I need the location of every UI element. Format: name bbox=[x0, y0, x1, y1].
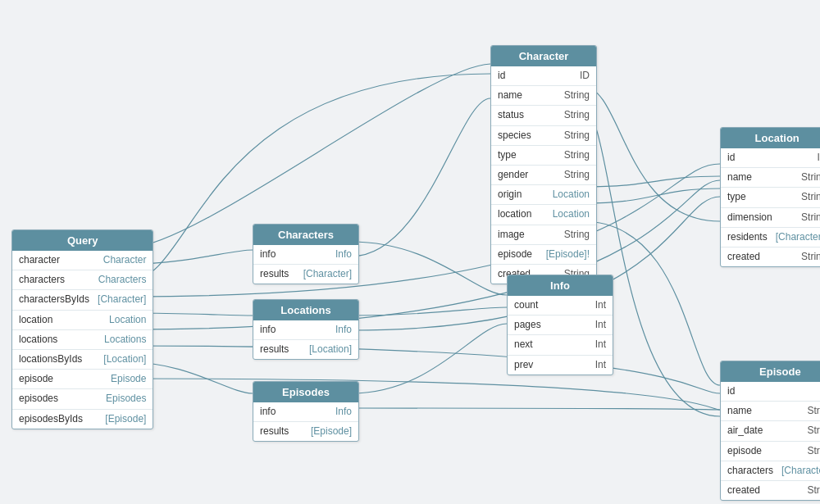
field-type: Episode bbox=[111, 371, 146, 387]
table-row: nameString bbox=[491, 86, 596, 106]
field-type: String bbox=[564, 128, 590, 143]
field-name: count bbox=[514, 297, 538, 313]
table-row: charactersCharacters bbox=[12, 270, 153, 290]
table-row: episodeString bbox=[721, 442, 820, 461]
field-type: Location bbox=[553, 187, 590, 202]
entity-info: InfocountIntpagesIntnextIntprevInt bbox=[507, 275, 613, 375]
field-type: String bbox=[801, 249, 820, 265]
entity-query: QuerycharacterCharactercharactersCharact… bbox=[11, 229, 153, 429]
field-name: episodesByIds bbox=[19, 411, 83, 427]
field-type: String bbox=[807, 403, 820, 419]
table-row: infoInfo bbox=[253, 402, 358, 422]
field-type: String bbox=[564, 148, 590, 163]
entity-character: CharacteridIDnameStringstatusStringspeci… bbox=[490, 45, 597, 284]
field-type: [Location] bbox=[309, 342, 352, 357]
field-type: Int bbox=[595, 297, 606, 313]
field-type: Info bbox=[335, 322, 352, 338]
field-type: String bbox=[564, 227, 590, 243]
field-name: created bbox=[727, 249, 760, 265]
field-type: [Episode] bbox=[105, 411, 146, 427]
field-name: created bbox=[727, 483, 760, 498]
field-name: id bbox=[727, 150, 735, 166]
field-type: ID bbox=[580, 68, 590, 84]
field-name: id bbox=[498, 68, 505, 84]
table-row: residents[Character]! bbox=[721, 228, 820, 247]
table-row: episodesByIds[Episode] bbox=[12, 410, 153, 429]
table-row: infoInfo bbox=[253, 320, 358, 340]
table-row: locationsByIds[Location] bbox=[12, 350, 153, 370]
field-name: species bbox=[498, 128, 531, 143]
field-name: results bbox=[260, 342, 289, 357]
field-name: episode bbox=[19, 371, 53, 387]
table-row: results[Character] bbox=[253, 265, 358, 284]
field-type: Info bbox=[335, 247, 352, 262]
entity-characters: CharactersinfoInforesults[Character] bbox=[253, 224, 359, 284]
field-type: [Character] bbox=[98, 292, 146, 307]
field-name: results bbox=[260, 424, 289, 439]
table-row: characters[Character]! bbox=[721, 461, 820, 481]
field-name: origin bbox=[498, 187, 522, 202]
field-name: charactersByIds bbox=[19, 292, 89, 307]
table-row: charactersByIds[Character] bbox=[12, 290, 153, 310]
entity-episodes: EpisodesinfoInforesults[Episode] bbox=[253, 381, 359, 442]
field-name: prev bbox=[514, 357, 533, 373]
field-name: air_date bbox=[727, 423, 763, 438]
field-name: id bbox=[727, 384, 735, 399]
table-row: characterCharacter bbox=[12, 251, 153, 270]
table-row: results[Location] bbox=[253, 340, 358, 359]
field-name: dimension bbox=[727, 210, 772, 225]
table-row: nameString bbox=[721, 168, 820, 188]
field-type: String bbox=[801, 189, 820, 205]
field-name: next bbox=[514, 337, 533, 352]
field-type: Int bbox=[595, 337, 606, 352]
field-name: results bbox=[260, 266, 289, 282]
field-type: String bbox=[564, 107, 590, 123]
table-row: prevInt bbox=[508, 356, 613, 375]
table-row: nameString bbox=[721, 402, 820, 421]
entity-header-query: Query bbox=[12, 230, 153, 251]
table-row: dimensionString bbox=[721, 208, 820, 228]
field-name: location bbox=[19, 312, 52, 328]
table-row: statusString bbox=[491, 106, 596, 125]
table-row: episodeEpisode bbox=[12, 370, 153, 389]
table-row: results[Episode] bbox=[253, 422, 358, 441]
entity-header-characters: Characters bbox=[253, 225, 358, 245]
field-type: String bbox=[564, 167, 590, 183]
field-name: episode bbox=[727, 443, 762, 459]
field-name: name bbox=[727, 170, 752, 185]
table-row: countInt bbox=[508, 296, 613, 316]
table-row: createdString bbox=[721, 481, 820, 500]
field-type: [Episode] bbox=[311, 424, 352, 439]
entity-header-episodes: Episodes bbox=[253, 382, 358, 402]
field-type: Episodes bbox=[106, 391, 146, 406]
field-type: [Location] bbox=[103, 352, 146, 367]
field-name: status bbox=[498, 107, 524, 123]
field-type: Character bbox=[103, 252, 147, 268]
table-row: idID bbox=[721, 382, 820, 402]
table-row: typeString bbox=[721, 188, 820, 207]
table-row: typeString bbox=[491, 146, 596, 166]
field-type: String bbox=[801, 210, 820, 225]
table-row: episodesEpisodes bbox=[12, 389, 153, 409]
field-type: String bbox=[807, 423, 820, 438]
field-name: episodes bbox=[19, 391, 58, 406]
field-name: image bbox=[498, 227, 525, 243]
field-type: String bbox=[807, 483, 820, 498]
schema-diagram: QuerycharacterCharactercharactersCharact… bbox=[0, 0, 820, 504]
table-row: air_dateString bbox=[721, 421, 820, 441]
field-name: info bbox=[260, 322, 276, 338]
field-name: info bbox=[260, 247, 276, 262]
table-row: episode[Episode]! bbox=[491, 245, 596, 265]
field-name: residents bbox=[727, 229, 768, 245]
table-row: locationLocation bbox=[491, 205, 596, 225]
entity-locations: LocationsinfoInforesults[Location] bbox=[253, 299, 359, 360]
field-name: gender bbox=[498, 167, 528, 183]
field-name: location bbox=[498, 207, 531, 222]
field-type: Locations bbox=[104, 332, 146, 347]
entity-episode: EpisodeidIDnameStringair_dateStringepiso… bbox=[720, 361, 820, 501]
table-row: speciesString bbox=[491, 126, 596, 146]
field-type: Location bbox=[553, 207, 590, 222]
entity-header-character: Character bbox=[491, 46, 596, 66]
entity-header-episode: Episode bbox=[721, 361, 820, 382]
table-row: nextInt bbox=[508, 335, 613, 355]
